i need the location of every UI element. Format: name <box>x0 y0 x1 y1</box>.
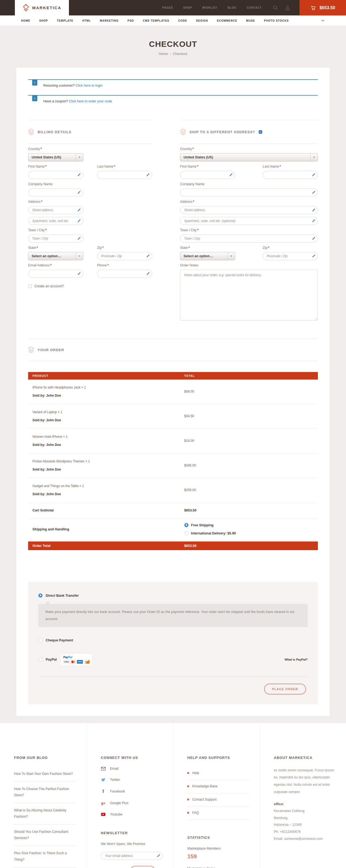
menu-home[interactable]: HOME <box>21 19 30 22</box>
billing-first-name-input[interactable] <box>28 171 83 179</box>
menu-photo-stocks[interactable]: PHOTO STOCKS <box>264 19 289 22</box>
topnav-wishlist[interactable]: WISHLIST <box>202 6 217 9</box>
radio-icon[interactable] <box>184 531 188 535</box>
shipping-street-input[interactable] <box>180 206 318 214</box>
product-seller: Sold by: John Doe <box>32 468 184 471</box>
cart-subtotal-row: Cart Subtotal $653.50 <box>28 503 318 518</box>
shipping-state-value: Select an option… <box>183 254 213 258</box>
bullet-icon <box>187 812 189 813</box>
breadcrumb-home[interactable]: Home <box>159 52 168 56</box>
billing-street-input[interactable] <box>28 206 83 214</box>
shipping-option-international[interactable]: International Delivery: $5.90 <box>184 531 314 535</box>
topnav-pages[interactable]: PAGES <box>163 6 173 9</box>
blog-post-link[interactable]: What is So Alluring About Celebrity Fash… <box>14 803 76 825</box>
billing-column: BILLING DETAILS Country* United States (… <box>28 120 152 322</box>
menu-muse[interactable]: MUSE <box>246 19 255 22</box>
shipping-last-name-input[interactable] <box>263 171 318 179</box>
radio-selected-icon[interactable] <box>38 593 42 597</box>
billing-country-select[interactable]: United States (US) ▼ <box>28 153 83 161</box>
billing-phone-input[interactable] <box>97 270 152 278</box>
shipping-state-select[interactable]: Select an option… ▼ <box>180 252 235 260</box>
help-link[interactable]: Contact Support <box>187 793 249 807</box>
menu-ecommerce[interactable]: ECOMMERCE <box>217 19 237 22</box>
menu-cms-templates[interactable]: CMS TEMPLATES <box>143 19 169 22</box>
order-table: PRODUCT TOTAL iPhone 5s with Headphones … <box>28 372 318 550</box>
menu-marketing[interactable]: MARKETING <box>100 19 119 22</box>
menu-shop[interactable]: SHOP <box>39 19 48 22</box>
what-is-paypal-link[interactable]: What is PayPal? <box>285 658 308 661</box>
menu-psd[interactable]: PSD <box>128 19 134 22</box>
social-googleplus-link[interactable]: g+ Google Plus <box>101 801 163 805</box>
place-order-button[interactable]: PLACE ORDER <box>264 684 306 694</box>
blog-post-link[interactable]: Plus Size Fashion: Is There Such a Thing… <box>14 846 76 867</box>
order-notes-textarea[interactable] <box>180 270 318 320</box>
about-text: ec mollis lorem consequat. Fusce ipsum e… <box>274 767 336 796</box>
radio-icon[interactable] <box>38 658 42 662</box>
ship-to-checkbox[interactable]: ✓ <box>259 130 262 134</box>
shipping-section-header: SHIP TO A DIFFERENT ADDRESS? ✓ <box>180 128 318 135</box>
coupon-link[interactable]: Click here to enter your code <box>69 99 112 103</box>
bullet-icon <box>187 799 189 800</box>
newsletter-email-input[interactable] <box>101 852 163 860</box>
blog-post-link[interactable]: How To Start Your Own Fashion Store? <box>14 767 76 782</box>
create-account-checkbox[interactable] <box>28 284 32 288</box>
menu-template[interactable]: TEMPLATE <box>57 19 73 22</box>
shipping-address-label: Address <box>180 200 193 204</box>
shipping-town-input[interactable] <box>180 235 318 243</box>
create-account-label: Create an account? <box>34 284 64 288</box>
shipping-apartment-input[interactable] <box>180 217 318 225</box>
product-name: Proton Absolute Wordpress Themes × 1 <box>32 460 184 463</box>
shipping-company-input[interactable] <box>180 188 318 196</box>
billing-last-name-input[interactable] <box>97 171 152 179</box>
billing-zip-input[interactable] <box>97 252 152 260</box>
shipping-country-value: United States (US) <box>183 155 213 159</box>
social-youtube-link[interactable]: Youtube <box>101 812 163 816</box>
signup-button[interactable]: SIGN UP <box>130 866 155 868</box>
help-link[interactable]: Knowladge Base <box>187 780 249 793</box>
topnav-blog[interactable]: BLOG <box>228 6 237 9</box>
billing-apartment-input[interactable] <box>28 217 83 225</box>
blog-post-link[interactable]: How To Choose The Perfect Fashion Store? <box>14 782 76 803</box>
login-link[interactable]: Click here to login <box>76 84 102 88</box>
help-link[interactable]: Help <box>187 767 249 780</box>
shipping-first-name-input[interactable] <box>180 171 235 179</box>
blog-post-link[interactable]: Should You Use Fashion Consultant Servic… <box>14 825 76 846</box>
payment-method-cheque[interactable]: Cheque Payment <box>38 639 308 643</box>
top-nav: PAGES SHOP WISHLIST BLOG CONTACT <box>163 0 262 16</box>
social-twitter-link[interactable]: Twitter <box>101 778 163 782</box>
social-facebook-link[interactable]: f Facebook <box>101 789 163 794</box>
shipping-zip-input[interactable] <box>263 252 318 260</box>
shipping-option-free[interactable]: Free Shipping <box>184 523 314 527</box>
resize-grip-icon[interactable] <box>315 318 317 320</box>
logo-text: MARKETICA <box>32 5 61 10</box>
search-icon[interactable] <box>273 5 278 10</box>
radio-selected-icon[interactable] <box>184 523 188 527</box>
user-icon[interactable] <box>285 5 290 10</box>
topnav-contact[interactable]: CONTACT <box>247 6 262 9</box>
footer-about-column: ABOUT MARKETICA ec mollis lorem consequa… <box>260 723 346 868</box>
topnav-shop[interactable]: SHOP <box>183 6 192 9</box>
divider <box>28 361 318 361</box>
required-mark: * <box>188 246 190 250</box>
menu-html[interactable]: HTML <box>82 19 91 22</box>
stacked-tags-icon <box>28 346 34 353</box>
social-email-link[interactable]: Email <box>101 767 163 771</box>
cart-button[interactable]: $653.50 <box>300 0 346 16</box>
menu-design[interactable]: DESIGN <box>196 19 208 22</box>
help-link[interactable]: FAQ <box>187 807 249 820</box>
chevron-down-icon[interactable] <box>321 19 324 22</box>
billing-company-input[interactable] <box>28 188 83 196</box>
required-mark: * <box>279 165 281 168</box>
logo[interactable]: MARKETICA <box>15 0 69 16</box>
paypal-cards-image[interactable]: PayPal VISA AMEX DISC <box>61 654 92 665</box>
menu-code[interactable]: CODE <box>178 19 187 22</box>
billing-state-select[interactable]: Select an option… ▼ <box>28 252 83 260</box>
payment-method-bank[interactable]: Direct Bank Transfer <box>38 593 308 597</box>
billing-email-input[interactable] <box>28 270 83 278</box>
payment-method-paypal[interactable]: PayPal PayPal VISA AMEX DISC What is Pay… <box>38 654 308 665</box>
shipping-country-select[interactable]: United States (US) ▼ <box>180 153 318 161</box>
billing-town-input[interactable] <box>28 235 83 243</box>
table-row: iPhone 5s with Headphones Jack × 1 Sold … <box>28 379 318 404</box>
radio-icon[interactable] <box>38 639 42 643</box>
order-total-label: Order Total <box>32 544 184 548</box>
